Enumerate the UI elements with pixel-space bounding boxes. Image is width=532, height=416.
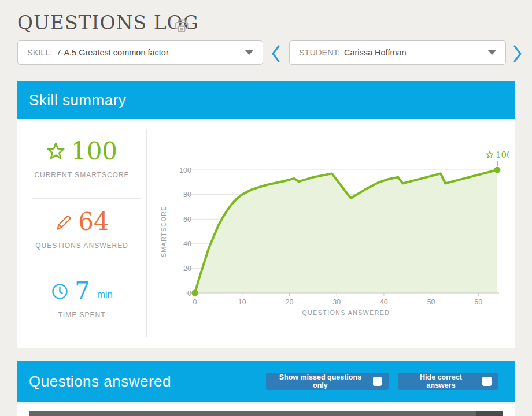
table-header-dark-segment <box>476 411 503 416</box>
previous-student-button[interactable] <box>269 44 282 64</box>
skill-summary-panel: 100 CURRENT SMARTSCORE 64 QUESTIONS ANSW… <box>17 119 515 348</box>
caret-down-icon <box>488 50 496 55</box>
chevron-right-icon <box>511 44 524 64</box>
svg-text:QUESTIONS ANSWERED: QUESTIONS ANSWERED <box>302 309 390 316</box>
pencil-icon <box>54 213 72 231</box>
page-title: QUESTIONS LOG <box>17 12 199 34</box>
table-header-bar <box>29 411 503 416</box>
show-missed-questions-label: Show missed questions only <box>273 373 368 389</box>
questions-answered-label: QUESTIONS ANSWERED <box>17 242 146 250</box>
questions-answered-header-bar: Questions answered Show missed questions… <box>17 361 515 402</box>
stat-divider <box>32 198 141 199</box>
printer-icon <box>173 18 190 34</box>
time-spent-stat: 7 min <box>17 276 146 306</box>
skill-dropdown[interactable]: SKILL: 7-A.5 Greatest common factor <box>17 40 263 65</box>
hide-correct-answers-label: Hide correct answers <box>405 373 477 389</box>
stat-divider <box>32 268 141 268</box>
show-missed-questions-checkbox[interactable] <box>373 377 382 386</box>
questions-table-panel <box>17 404 515 416</box>
svg-text:100: 100 <box>179 166 191 174</box>
time-spent-unit: min <box>97 289 113 300</box>
hide-correct-answers-toggle[interactable]: Hide correct answers <box>398 373 498 390</box>
svg-text:0: 0 <box>193 298 197 306</box>
clock-icon <box>51 283 69 300</box>
stats-chart-divider <box>146 129 147 337</box>
smartscore-label: CURRENT SMARTSCORE <box>17 171 146 179</box>
student-dropdown-label: STUDENT: <box>299 48 340 57</box>
svg-text:20: 20 <box>285 298 293 306</box>
star-icon <box>46 142 65 161</box>
skill-dropdown-label: SKILL: <box>27 48 53 57</box>
skill-dropdown-value: 7-A.5 Greatest common factor <box>57 48 169 57</box>
questions-answered-value: 64 <box>78 210 109 234</box>
student-dropdown-value: Carissa Hoffman <box>344 48 407 57</box>
svg-text:10: 10 <box>238 298 246 306</box>
svg-text:50: 50 <box>427 298 435 306</box>
next-student-button[interactable] <box>511 44 524 64</box>
caret-down-icon <box>245 50 253 55</box>
svg-text:40: 40 <box>380 298 388 306</box>
chevron-left-icon <box>269 44 282 64</box>
svg-text:80: 80 <box>183 191 191 199</box>
time-spent-value: 7 <box>75 279 90 303</box>
print-button[interactable] <box>173 18 190 34</box>
questions-answered-title: Questions answered <box>29 373 171 391</box>
time-spent-label: TIME SPENT <box>17 311 146 319</box>
svg-text:20: 20 <box>183 265 191 273</box>
svg-text:60: 60 <box>183 216 191 224</box>
svg-text:30: 30 <box>332 298 341 306</box>
show-missed-questions-toggle[interactable]: Show missed questions only <box>266 373 389 390</box>
svg-text:60: 60 <box>474 298 482 306</box>
questions-answered-stat: 64 <box>17 207 146 237</box>
current-smartscore-stat: 100 <box>17 136 146 166</box>
svg-text:100: 100 <box>496 150 509 160</box>
questions-log-page: QUESTIONS LOG SKILL: 7-A.5 Greatest comm… <box>0 0 532 416</box>
skill-summary-title: Skill summary <box>29 91 126 109</box>
svg-text:40: 40 <box>183 240 191 248</box>
student-dropdown[interactable]: STUDENT: Carissa Hoffman <box>289 40 506 65</box>
skill-summary-header-bar: Skill summary <box>17 81 515 119</box>
smartscore-chart: 0204060801000102030405060100QUESTIONS AN… <box>156 139 509 329</box>
smartscore-value: 100 <box>71 139 117 164</box>
svg-text:SMARTSCORE: SMARTSCORE <box>160 206 167 257</box>
hide-correct-answers-checkbox[interactable] <box>482 377 492 386</box>
